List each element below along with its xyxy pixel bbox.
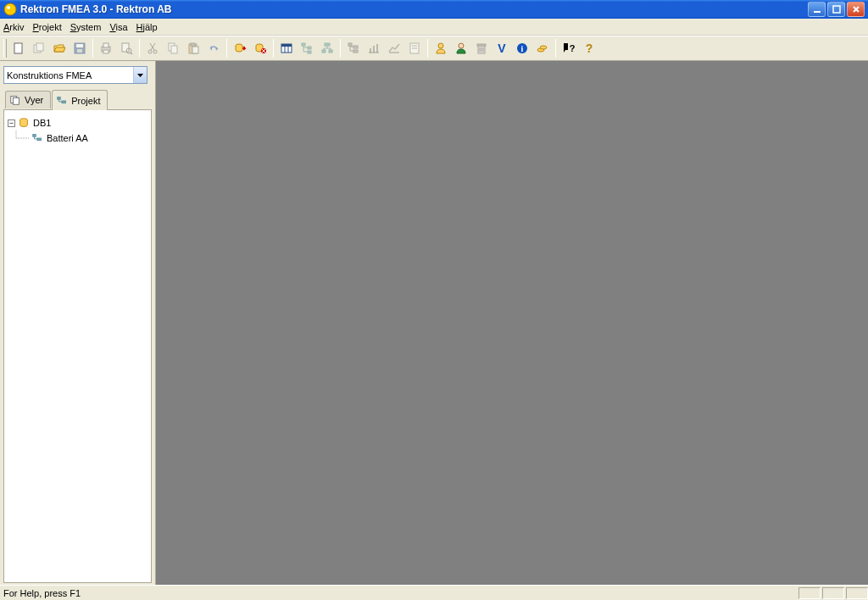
toolbar-separator xyxy=(139,39,140,58)
svg-line-19 xyxy=(151,43,155,50)
toolbar-grip xyxy=(3,39,7,58)
maximize-button[interactable] xyxy=(827,2,845,17)
statusbar: For Help, press F1 xyxy=(0,585,868,600)
chart-icon[interactable] xyxy=(364,39,383,58)
info-icon[interactable]: i xyxy=(513,39,531,58)
svg-point-0 xyxy=(4,3,16,15)
collapse-icon[interactable]: − xyxy=(8,119,15,127)
dropdown-selected: Konstruktions FMEA xyxy=(4,70,133,81)
status-panel xyxy=(798,587,821,599)
menu-projekt[interactable]: Projekt xyxy=(32,22,61,32)
svg-rect-74 xyxy=(33,135,36,137)
tree-node-label: DB1 xyxy=(33,118,51,128)
minimize-button[interactable] xyxy=(808,2,826,17)
svg-rect-38 xyxy=(308,51,311,53)
sidebar-tabs: Vyer Projekt xyxy=(3,89,152,109)
toolbar-separator xyxy=(427,39,428,58)
svg-rect-25 xyxy=(191,43,195,46)
window-title: Rektron FMEA 3.0 - Rektron AB xyxy=(20,3,808,15)
svg-line-17 xyxy=(131,53,132,54)
svg-rect-75 xyxy=(37,138,41,141)
svg-rect-40 xyxy=(322,50,326,53)
svg-point-53 xyxy=(438,43,443,48)
svg-rect-39 xyxy=(325,43,330,46)
save-icon[interactable] xyxy=(70,39,89,58)
context-help-icon[interactable]: ? xyxy=(559,39,578,58)
toolbar: V i ? ? xyxy=(0,36,868,61)
svg-rect-11 xyxy=(77,49,82,53)
tree-connector xyxy=(13,131,31,146)
svg-point-1 xyxy=(7,6,10,9)
svg-text:i: i xyxy=(521,44,524,53)
svg-point-54 xyxy=(459,43,464,48)
svg-rect-14 xyxy=(103,50,108,53)
cut-icon[interactable] xyxy=(143,39,162,58)
svg-point-21 xyxy=(153,50,157,53)
tree-child-row[interactable]: Batteri AA xyxy=(8,131,147,146)
new-document-icon[interactable] xyxy=(9,39,28,58)
tree-panel: − DB1 Batteri AA xyxy=(3,109,152,583)
fmea-type-dropdown[interactable]: Konstruktions FMEA xyxy=(3,66,147,84)
user-yellow-icon[interactable] xyxy=(431,39,450,58)
svg-rect-41 xyxy=(329,50,332,53)
note-icon[interactable] xyxy=(405,39,424,58)
paste-icon[interactable] xyxy=(184,39,203,58)
svg-text:?: ? xyxy=(586,42,593,55)
help-icon[interactable]: ? xyxy=(580,39,598,58)
svg-rect-15 xyxy=(122,43,129,52)
svg-rect-42 xyxy=(348,43,352,46)
menu-arkiv[interactable]: Arkiv xyxy=(3,22,24,32)
svg-line-18 xyxy=(150,43,154,50)
user-green-icon[interactable] xyxy=(452,39,470,58)
print-icon[interactable] xyxy=(97,39,115,58)
close-button[interactable] xyxy=(847,2,865,17)
toolbar-separator xyxy=(555,39,556,58)
tree-root-row[interactable]: − DB1 xyxy=(8,115,147,131)
status-text: For Help, press F1 xyxy=(3,588,81,598)
status-panel xyxy=(846,587,868,599)
svg-rect-70 xyxy=(62,101,65,103)
svg-rect-2 xyxy=(814,11,821,13)
copy-icon[interactable] xyxy=(164,39,182,58)
v-letter-icon[interactable]: V xyxy=(492,39,511,58)
coins-icon[interactable] xyxy=(533,39,552,58)
report-icon[interactable] xyxy=(344,39,363,58)
menu-system[interactable]: System xyxy=(70,22,102,32)
svg-rect-47 xyxy=(376,44,378,53)
menu-hjalp[interactable]: Hjälp xyxy=(136,22,158,32)
svg-rect-37 xyxy=(308,47,311,49)
menu-visa[interactable]: Visa xyxy=(109,22,127,32)
item-icon xyxy=(31,132,43,144)
svg-rect-44 xyxy=(353,50,358,53)
database-icon xyxy=(18,117,30,129)
chevron-down-icon xyxy=(133,67,147,83)
print-preview-icon[interactable] xyxy=(117,39,136,58)
copy-window-icon[interactable] xyxy=(30,39,48,58)
open-folder-icon[interactable] xyxy=(50,39,69,58)
toolbar-separator xyxy=(340,39,341,58)
app-icon xyxy=(3,3,17,16)
tab-vyer[interactable]: Vyer xyxy=(5,91,51,108)
view-table-icon[interactable] xyxy=(277,39,296,58)
svg-rect-13 xyxy=(103,43,108,47)
svg-rect-46 xyxy=(373,46,375,53)
db-commit-icon[interactable] xyxy=(251,39,270,58)
toolbar-separator xyxy=(92,39,93,58)
tab-projekt[interactable]: Projekt xyxy=(52,90,108,110)
chart2-icon[interactable] xyxy=(385,39,403,58)
db-refresh-icon[interactable] xyxy=(231,39,249,58)
view-tree1-icon[interactable] xyxy=(298,39,316,58)
svg-rect-69 xyxy=(58,97,61,99)
mdi-client-area xyxy=(156,61,868,585)
svg-rect-10 xyxy=(76,44,83,47)
svg-text:V: V xyxy=(498,42,506,55)
undo-icon[interactable] xyxy=(204,39,223,58)
svg-rect-68 xyxy=(13,97,19,104)
svg-rect-3 xyxy=(833,6,840,13)
tab-label: Vyer xyxy=(25,95,43,105)
trash-icon[interactable] xyxy=(472,39,491,58)
svg-rect-43 xyxy=(353,46,358,48)
svg-rect-23 xyxy=(171,46,177,53)
svg-rect-56 xyxy=(477,44,486,46)
view-tree2-icon[interactable] xyxy=(318,39,337,58)
